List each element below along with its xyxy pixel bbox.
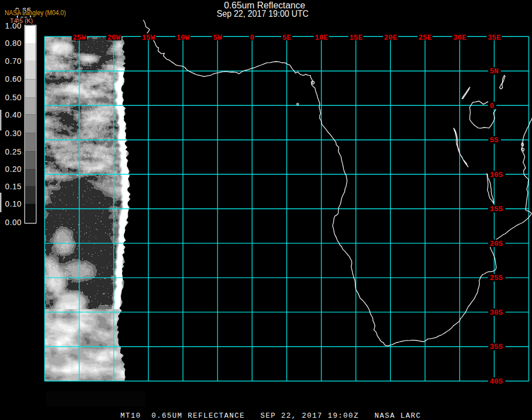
svg-text:10S: 10S [490,171,503,179]
svg-text:0.60: 0.60 [5,74,22,83]
svg-text:15E: 15E [349,34,363,42]
svg-text:20W: 20W [107,34,120,42]
svg-text:15W: 15W [142,34,155,42]
svg-text:30S: 30S [490,309,503,317]
svg-text:5N: 5N [490,67,499,76]
svg-text:0.25: 0.25 [5,147,22,156]
svg-text:40S: 40S [490,377,503,386]
svg-text:10W: 10W [176,34,190,42]
svg-text:5E: 5E [282,34,291,42]
svg-text:35E: 35E [488,34,501,42]
svg-text:25S: 25S [490,274,503,282]
svg-text:Sep 22, 2017 19:00 UTC: Sep 22, 2017 19:00 UTC [217,9,309,18]
svg-text:0.30: 0.30 [5,129,22,138]
svg-text:20S: 20S [490,240,503,248]
svg-text:25E: 25E [418,34,432,42]
svg-text:25W: 25W [73,34,86,42]
svg-text:35S: 35S [490,343,503,351]
svg-text:0.50: 0.50 [5,93,22,102]
svg-text:MT10 0.65UM REFLECTANCE SEP: MT10 0.65UM REFLECTANCE SEP 22, 2017 19:… [120,412,421,420]
svg-text:5W: 5W [213,34,222,42]
svg-text:T4-5 (K): T4-5 (K) [10,18,33,24]
svg-text:5S: 5S [490,136,499,144]
svg-text:0.70: 0.70 [5,57,22,66]
svg-text:10E: 10E [315,34,328,42]
svg-text:0: 0 [490,102,494,110]
svg-text:30E: 30E [453,34,466,42]
svg-text:0.10: 0.10 [5,199,22,208]
svg-text:20E: 20E [384,34,398,42]
svg-text:15S: 15S [490,205,503,213]
svg-text:0.40: 0.40 [5,110,22,119]
svg-text:0.00: 0.00 [5,218,22,227]
svg-text:0.15: 0.15 [5,182,22,191]
svg-text:0.20: 0.20 [5,165,22,174]
svg-text:0: 0 [250,34,254,42]
svg-text:NASA Langley (M04.0): NASA Langley (M04.0) [4,9,66,17]
svg-text:0.80: 0.80 [5,39,22,48]
